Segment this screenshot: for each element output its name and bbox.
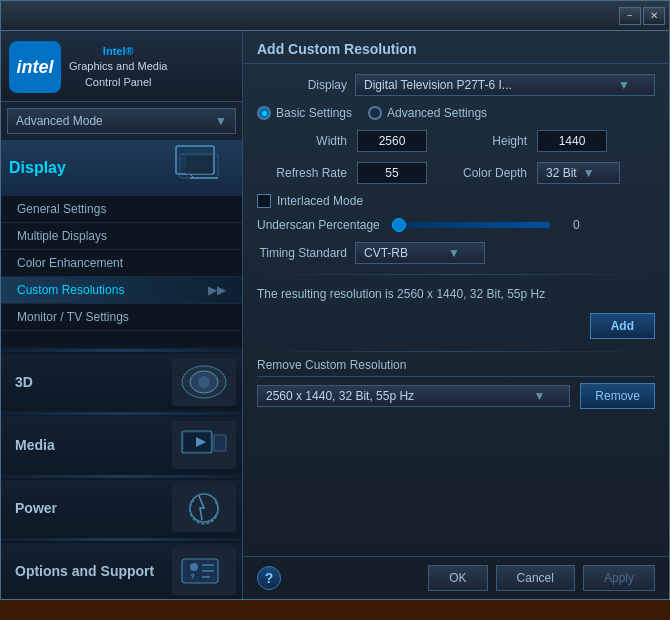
nav-item-label: General Settings xyxy=(17,202,106,216)
main-window: − ✕ intel Intel® Graphics and Media Cont… xyxy=(0,0,670,600)
help-button[interactable]: ? xyxy=(257,566,281,590)
sidebar-item-custom-resolutions[interactable]: Custom Resolutions ▶▶ xyxy=(1,277,242,304)
display-dropdown[interactable]: Digital Television P27T-6 I... ▼ xyxy=(355,74,655,96)
close-button[interactable]: ✕ xyxy=(643,7,665,25)
mode-label: Advanced Mode xyxy=(16,114,103,128)
advanced-settings-radio-indicator xyxy=(368,106,382,120)
nav-item-arrow: ▶▶ xyxy=(208,283,226,297)
display-dropdown-value: Digital Television P27T-6 I... xyxy=(364,78,512,92)
remove-dropdown[interactable]: 2560 x 1440, 32 Bit, 55p Hz ▼ xyxy=(257,385,570,407)
timing-dropdown[interactable]: CVT-RB ▼ xyxy=(355,242,485,264)
nav-item-label: Monitor / TV Settings xyxy=(17,310,129,324)
display-label: Display xyxy=(7,155,68,181)
add-button[interactable]: Add xyxy=(590,313,655,339)
width-input[interactable] xyxy=(357,130,427,152)
nav-item-label: Multiple Displays xyxy=(17,229,107,243)
remove-section-title: Remove Custom Resolution xyxy=(257,358,655,377)
minimize-button[interactable]: − xyxy=(619,7,641,25)
display-icon xyxy=(172,144,236,192)
underscan-slider[interactable] xyxy=(390,222,550,228)
remove-button[interactable]: Remove xyxy=(580,383,655,409)
advanced-settings-label: Advanced Settings xyxy=(387,106,487,120)
nav-item-label: Custom Resolutions xyxy=(17,283,124,297)
add-btn-row: Add xyxy=(257,313,655,339)
sidebar-item-power[interactable]: Power xyxy=(1,480,242,536)
nav-item-label: Color Enhancement xyxy=(17,256,123,270)
section-power-label: Power xyxy=(7,500,172,516)
sidebar-item-color-enhancement[interactable]: Color Enhancement xyxy=(1,250,242,277)
intel-logo: intel xyxy=(9,41,61,93)
underscan-value: 0 xyxy=(560,218,580,232)
section-divider-2 xyxy=(1,412,242,415)
mode-selector[interactable]: Advanced Mode ▼ xyxy=(7,108,236,134)
panel-title: Add Custom Resolution xyxy=(243,31,669,64)
basic-settings-radio-indicator xyxy=(257,106,271,120)
media-icon xyxy=(172,421,236,469)
color-depth-label: Color Depth xyxy=(437,166,527,180)
result-text: The resulting resolution is 2560 x 1440,… xyxy=(257,281,655,307)
refresh-label: Refresh Rate xyxy=(257,166,347,180)
basic-settings-radio[interactable]: Basic Settings xyxy=(257,106,352,120)
section-3d-label: 3D xyxy=(7,374,172,390)
refresh-colordepth-row: Refresh Rate Color Depth 32 Bit ▼ xyxy=(257,162,655,184)
advanced-settings-radio[interactable]: Advanced Settings xyxy=(368,106,487,120)
mode-dropdown-arrow: ▼ xyxy=(215,114,227,128)
sidebar-item-monitor-tv-settings[interactable]: Monitor / TV Settings xyxy=(1,304,242,331)
color-depth-value: 32 Bit xyxy=(546,166,577,180)
sidebar-item-general-settings[interactable]: General Settings xyxy=(1,196,242,223)
height-input[interactable] xyxy=(537,130,607,152)
panel-body: Display Digital Television P27T-6 I... ▼… xyxy=(243,64,669,556)
sidebar-item-options-support[interactable]: Options and Support ? xyxy=(1,543,242,599)
settings-radio-group: Basic Settings Advanced Settings xyxy=(257,106,655,120)
sidebar-item-multiple-displays[interactable]: Multiple Displays xyxy=(1,223,242,250)
svg-point-15 xyxy=(190,563,198,571)
intel-title: Intel® Graphics and Media Control Panel xyxy=(69,44,167,90)
main-content: intel Intel® Graphics and Media Control … xyxy=(1,31,669,599)
section-divider-4 xyxy=(1,538,242,541)
svg-rect-12 xyxy=(214,435,226,451)
timing-arrow: ▼ xyxy=(448,246,460,260)
3d-icon xyxy=(172,358,236,406)
sidebar: intel Intel® Graphics and Media Control … xyxy=(1,31,243,599)
svg-point-8 xyxy=(198,376,210,388)
timing-row: Timing Standard CVT-RB ▼ xyxy=(257,242,655,264)
dimension-row: Width Height xyxy=(257,130,655,152)
timing-value: CVT-RB xyxy=(364,246,408,260)
remove-dropdown-arrow: ▼ xyxy=(533,389,545,403)
interlaced-checkbox[interactable] xyxy=(257,194,271,208)
sidebar-header: intel Intel® Graphics and Media Control … xyxy=(1,31,242,102)
color-depth-dropdown[interactable]: 32 Bit ▼ xyxy=(537,162,620,184)
title-bar: − ✕ xyxy=(1,1,669,31)
underscan-label: Underscan Percentage xyxy=(257,218,380,232)
interlaced-row: Interlaced Mode xyxy=(257,194,655,208)
separator xyxy=(257,274,655,275)
refresh-input[interactable] xyxy=(357,162,427,184)
section-divider-3 xyxy=(1,475,242,478)
display-dropdown-arrow: ▼ xyxy=(618,78,630,92)
remove-dropdown-value: 2560 x 1440, 32 Bit, 55p Hz xyxy=(266,389,414,403)
section-media-label: Media xyxy=(7,437,172,453)
cancel-button[interactable]: Cancel xyxy=(496,565,575,591)
section-divider xyxy=(1,349,242,352)
options-icon: ? xyxy=(172,547,236,595)
height-label: Height xyxy=(437,134,527,148)
color-depth-arrow: ▼ xyxy=(583,166,595,180)
separator-2 xyxy=(257,351,655,352)
power-icon xyxy=(172,484,236,532)
interlaced-label: Interlaced Mode xyxy=(277,194,363,208)
sidebar-item-display[interactable]: Display xyxy=(1,140,242,196)
nav-items: General Settings Multiple Displays Color… xyxy=(1,196,242,347)
basic-settings-label: Basic Settings xyxy=(276,106,352,120)
underscan-row: Underscan Percentage 0 xyxy=(257,218,655,232)
sidebar-item-3d[interactable]: 3D xyxy=(1,354,242,410)
sidebar-item-media[interactable]: Media xyxy=(1,417,242,473)
display-label: Display xyxy=(257,78,347,92)
timing-label: Timing Standard xyxy=(257,246,347,260)
apply-button[interactable]: Apply xyxy=(583,565,655,591)
main-panel: Add Custom Resolution Display Digital Te… xyxy=(243,31,669,599)
panel-footer: ? OK Cancel Apply xyxy=(243,556,669,599)
underscan-thumb[interactable] xyxy=(392,218,406,232)
svg-rect-3 xyxy=(186,156,212,174)
width-label: Width xyxy=(257,134,347,148)
ok-button[interactable]: OK xyxy=(428,565,487,591)
